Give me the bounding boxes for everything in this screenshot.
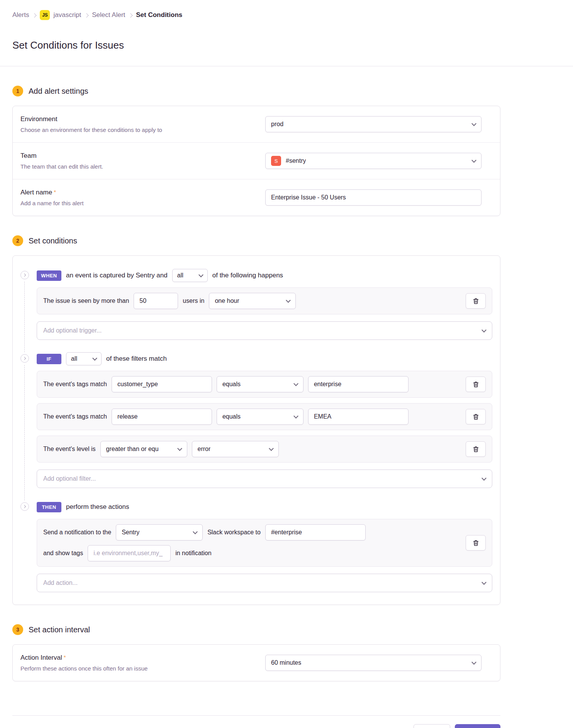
step-2-heading: 2 Set conditions [12,235,500,246]
when-text-after: of the following happens [212,272,283,279]
tag-value-input[interactable] [308,409,409,425]
when-group: WHEN an event is captured by Sentry and … [20,269,492,340]
conditions-panel: WHEN an event is captured by Sentry and … [12,255,500,605]
action-row: Send a notification to the Sentry Slack … [37,519,492,567]
footer-actions: Cancel Save Rule [12,724,500,728]
add-optional-filter-select[interactable]: Add optional filter... [37,470,492,488]
environment-row: Environment Choose an environment for th… [13,106,500,142]
breadcrumb-alerts[interactable]: Alerts [12,11,29,19]
chevron-down-icon [481,476,487,481]
if-match-select[interactable]: all [66,352,102,365]
page-title: Set Conditions for Issues [12,39,500,66]
tag-key-input[interactable] [112,376,212,392]
tag-key-input[interactable] [112,409,212,425]
when-header: WHEN an event is captured by Sentry and … [37,269,492,282]
level-operator-select[interactable]: greater than or equ [100,441,187,457]
collapse-toggle-icon[interactable] [20,271,29,279]
collapse-toggle-icon[interactable] [20,354,29,363]
tag-operator-select[interactable]: equals [217,409,303,425]
action-interval-row: Action Interval* Perform these actions o… [13,645,500,681]
level-value-select[interactable]: error [192,441,279,457]
chevron-down-icon [198,272,203,277]
if-text-after: of these filters match [106,355,167,363]
alert-name-help: Add a name for this alert [20,200,83,206]
chevron-down-icon [481,328,487,333]
then-text-after: perform these actions [66,503,129,511]
trash-icon [473,540,479,546]
trash-icon [473,414,479,420]
breadcrumb-project-label[interactable]: javascript [53,11,81,19]
trash-icon [473,298,479,304]
workspace-select[interactable]: Sentry [116,524,203,541]
step-2-title: Set conditions [29,236,77,245]
team-select-value: #sentry [286,157,306,164]
tag-operator-select[interactable]: equals [217,376,303,392]
then-group: THEN perform these actions Send a notifi… [20,500,492,592]
javascript-platform-icon: JS [40,10,50,20]
delete-action-button[interactable] [466,535,486,551]
page-header: Alerts JS javascript Select Alert Set Co… [0,0,573,66]
if-badge: IF [37,354,61,364]
trigger-row: The issue is seen by more than users in … [37,287,492,314]
step-1-heading: 1 Add alert settings [12,86,500,96]
delete-trigger-button[interactable] [466,293,486,309]
delete-filter-button[interactable] [466,409,486,424]
delete-filter-button[interactable] [466,377,486,392]
then-header: THEN perform these actions [37,500,492,513]
team-avatar: S [271,156,281,166]
step-2-number-badge: 2 [12,235,23,246]
step-1-number-badge: 1 [12,86,23,96]
breadcrumb-select-alert[interactable]: Select Alert [92,11,125,19]
alert-name-row: Alert name* Add a name for this alert [13,179,500,216]
step-3-title: Set action interval [29,625,90,634]
tag-value-input[interactable] [308,376,409,392]
step-3-number-badge: 3 [12,624,23,635]
chevron-down-icon [193,529,198,534]
level-filter-row: The event's level is greater than or equ… [37,436,492,463]
alert-settings-panel: Environment Choose an environment for th… [12,106,500,216]
alert-name-label: Alert name* [20,189,83,196]
cancel-button[interactable]: Cancel [414,724,450,728]
team-label: Team [20,152,103,160]
add-action-select[interactable]: Add action... [37,574,492,592]
delete-filter-button[interactable] [466,441,486,457]
interval-select[interactable]: one hour [209,293,296,309]
step-1-title: Add alert settings [29,87,88,96]
team-select[interactable]: S #sentry [265,153,481,169]
trigger-text-before: The issue is seen by more than [43,297,129,304]
action-interval-panel: Action Interval* Perform these actions o… [12,644,500,681]
add-optional-trigger-select[interactable]: Add optional trigger... [37,321,492,340]
team-help: The team that can edit this alert. [20,163,103,170]
trash-icon [473,381,479,388]
then-badge: THEN [37,502,61,512]
filter-row: The event's tags match equals [37,403,492,430]
chevron-down-icon [286,298,291,303]
team-row: Team The team that can edit this alert. … [13,142,500,179]
show-tags-input[interactable] [88,545,171,561]
chevron-down-icon [177,446,182,451]
save-rule-button[interactable]: Save Rule [455,724,500,728]
action-interval-select[interactable]: 60 minutes [265,655,481,671]
environment-select[interactable]: prod [265,116,481,132]
when-badge: WHEN [37,270,61,281]
environment-label: Environment [20,115,162,123]
collapse-toggle-icon[interactable] [20,502,29,511]
slack-channel-input[interactable] [265,524,366,541]
action-interval-help: Perform these actions once this often fo… [20,665,147,672]
connector-line [24,365,25,500]
trash-icon [473,446,479,453]
chevron-down-icon [293,414,298,419]
user-count-input[interactable] [134,293,178,309]
action-interval-label: Action Interval* [20,654,147,662]
when-match-select[interactable]: all [172,269,208,282]
footer-divider [12,715,500,716]
breadcrumb-project[interactable]: JS javascript [40,10,81,20]
chevron-right-icon [129,13,133,17]
environment-select-value: prod [271,121,283,128]
trigger-text-middle: users in [183,297,204,304]
alert-name-input[interactable] [265,189,481,206]
chevron-down-icon [92,356,97,361]
breadcrumb-current: Set Conditions [136,11,182,19]
chevron-right-icon [32,13,37,17]
when-text-before: an event is captured by Sentry and [66,272,168,279]
